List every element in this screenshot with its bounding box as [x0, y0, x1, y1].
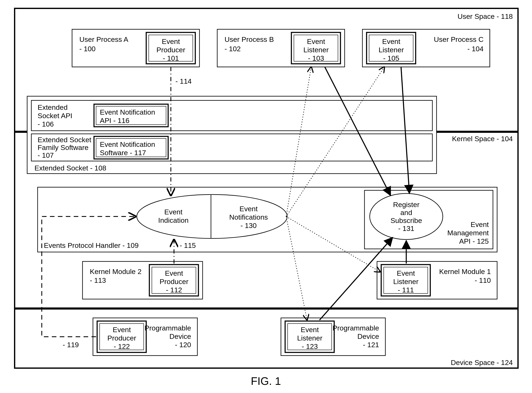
arrow-114-label: - 114 — [175, 77, 192, 85]
programmable-device-120: Programmable Device - 120 Event Producer… — [93, 318, 197, 356]
event-listener-103-l2: Listener — [303, 46, 329, 54]
event-producer-101-l1: Event — [162, 37, 180, 45]
event-producer-112-l1: Event — [165, 269, 183, 277]
event-indication-l2: Indication — [158, 216, 189, 224]
event-notifications-l1: Event — [240, 205, 258, 213]
notify-to-111 — [286, 216, 380, 272]
event-listener-123-l1: Event — [301, 326, 319, 334]
prog-dev-121-l2: Device — [357, 332, 379, 340]
event-listener-103: Event Listener - 103 — [291, 32, 340, 64]
kernel-module-1-ref: - 110 — [475, 276, 491, 284]
ext-api-ref: - 106 — [38, 120, 54, 128]
device-space-label: Device Space - 124 — [451, 359, 513, 366]
architecture-diagram: User Space - 118 User Process A - 100 Ev… — [0, 0, 532, 393]
event-listener-105-l2: Listener — [379, 46, 404, 54]
ev-notif-sw-l1: Event Notification — [100, 140, 155, 148]
event-listener-103-ref: - 103 — [308, 54, 324, 62]
event-listener-111-l1: Event — [397, 269, 415, 277]
register-l3: Subscribe — [390, 216, 422, 224]
event-producer-101-ref: - 101 — [163, 54, 179, 62]
arrow-115-label: - 115 — [180, 241, 196, 249]
prog-dev-120-ref: - 120 — [175, 341, 191, 349]
kernel-space-label: Kernel Space - 104 — [452, 135, 513, 143]
user-process-a-ref: - 100 — [79, 45, 96, 53]
event-mgmt-l3: API - 125 — [459, 237, 489, 245]
register-l2: and — [400, 209, 412, 216]
event-listener-123: Event Listener - 123 — [285, 321, 334, 352]
ext-sw-ref: - 107 — [38, 151, 54, 159]
user-process-c-ref: - 104 — [467, 45, 484, 53]
figure-caption: FIG. 1 — [251, 375, 281, 387]
event-producer-112: Event Producer - 112 — [149, 265, 198, 296]
arrow-119 — [42, 216, 136, 337]
event-producer-101: Event Producer - 101 — [146, 32, 195, 64]
event-producer-112-l2: Producer — [160, 278, 188, 285]
kernel-module-2: Kernel Module 2 - 113 Event Producer - 1… — [82, 261, 203, 299]
ev-notif-sw-l2: Software - 117 — [100, 149, 146, 157]
event-producer-122: Event Producer - 122 — [97, 321, 146, 352]
outer-frame — [15, 8, 518, 368]
event-listener-105-l1: Event — [382, 37, 400, 45]
prog-dev-121-l1: Programmable — [332, 324, 379, 332]
event-listener-123-l2: Listener — [297, 334, 322, 342]
user-process-c: User Process C - 104 Event Listener - 10… — [362, 29, 490, 67]
register-l1: Register — [393, 201, 420, 209]
event-producer-122-l2: Producer — [107, 334, 136, 342]
user-space-label: User Space - 118 — [457, 12, 513, 20]
register-ref: - 131 — [398, 224, 414, 232]
user-process-a-title: User Process A — [79, 35, 129, 43]
kernel-module-2-title: Kernel Module 2 — [90, 267, 142, 275]
event-listener-123-ref: - 123 — [302, 342, 318, 350]
kernel-module-1: Kernel Module 1 - 110 Event Listener - 1… — [377, 261, 497, 299]
event-producer-122-l1: Event — [113, 326, 131, 334]
arrow-119-label: - 119 — [63, 341, 79, 349]
user-process-a: User Process A - 100 Event Producer - 10… — [72, 29, 200, 67]
prog-dev-120-l1: Programmable — [144, 324, 191, 332]
ext-sw-l1: Extended Socket — [38, 136, 91, 144]
svg-rect-9 — [27, 96, 436, 174]
event-producer-101-l2: Producer — [156, 46, 185, 54]
ext-sw-l2: Family Software — [38, 143, 89, 152]
event-notifications-ref: - 130 — [240, 221, 257, 229]
prog-dev-120-l2: Device — [169, 332, 191, 340]
event-mgmt-l1: Event — [471, 221, 489, 228]
prog-dev-121-ref: - 121 — [363, 341, 379, 349]
notify-to-123 — [286, 216, 307, 320]
events-protocol-handler-label: Events Protocol Handler - 109 — [44, 241, 139, 249]
event-listener-105-ref: - 105 — [383, 54, 399, 62]
user-process-b-title: User Process B — [225, 35, 274, 43]
ev-notif-api-l2: API - 116 — [100, 117, 129, 124]
ext-api-l2: Socket API — [38, 112, 72, 120]
kernel-module-2-ref: - 113 — [90, 276, 106, 284]
extended-socket: Extended Socket - 108 Extended Socket AP… — [27, 96, 436, 174]
ext-api-l1: Extended — [38, 103, 68, 111]
event-listener-105: Event Listener - 105 — [367, 32, 416, 64]
event-producer-122-ref: - 122 — [114, 342, 130, 350]
event-listener-111: Event Listener - 111 — [381, 265, 430, 296]
ev-notif-api-l1: Event Notification — [100, 108, 155, 116]
extended-socket-label: Extended Socket - 108 — [34, 164, 106, 172]
programmable-device-121: Programmable Device - 121 Event Listener… — [281, 318, 385, 356]
user-process-c-title: User Process C — [434, 35, 484, 43]
user-process-b-ref: - 102 — [225, 45, 241, 53]
event-listener-111-ref: - 111 — [398, 286, 414, 294]
events-protocol-handler: Events Protocol Handler - 109 Event Indi… — [38, 187, 497, 252]
event-producer-112-ref: - 112 — [166, 286, 182, 294]
event-listener-103-l1: Event — [307, 37, 325, 45]
user-process-b: User Process B - 102 Event Listener - 10… — [217, 29, 345, 67]
event-indication-l1: Event — [164, 208, 182, 216]
event-listener-111-l2: Listener — [393, 278, 419, 285]
event-mgmt-l2: Management — [447, 229, 489, 237]
event-notifications-l2: Notifications — [229, 213, 268, 221]
kernel-module-1-title: Kernel Module 1 — [439, 267, 491, 275]
